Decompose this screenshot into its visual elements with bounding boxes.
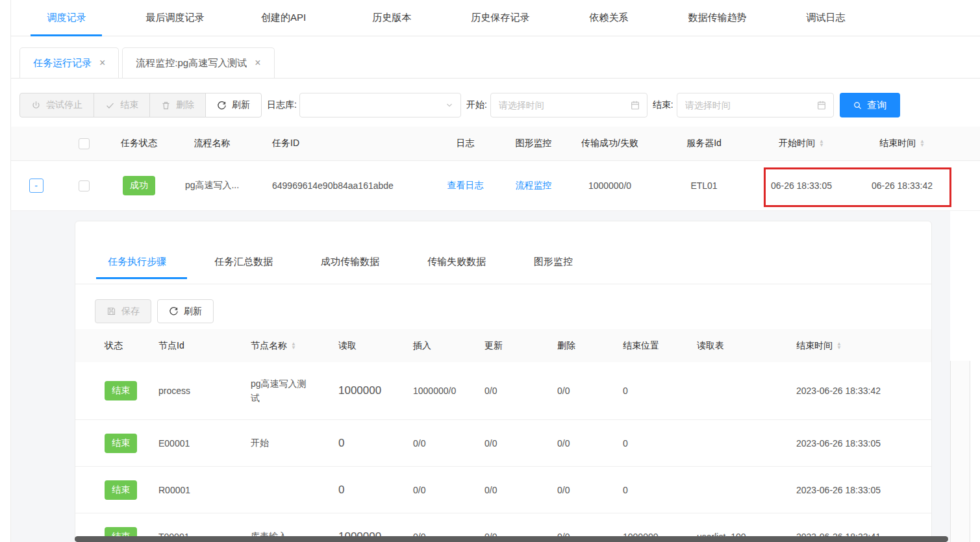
tab-task-summary[interactable]: 任务汇总数据 <box>214 256 273 284</box>
view-log-link[interactable]: 查看日志 <box>447 180 484 190</box>
sort-icon[interactable]: ▲▼ <box>819 140 824 147</box>
chip-tab-label: 流程监控:pg高速写入测试 <box>136 57 247 69</box>
detail-refresh-button[interactable]: 刷新 <box>157 299 214 323</box>
chevron-down-icon <box>445 101 454 110</box>
delete-label: 删除 <box>176 99 194 111</box>
end-time-input[interactable] <box>677 93 833 117</box>
save-icon <box>107 306 116 316</box>
end-position-cell: 0 <box>623 438 697 449</box>
chip-tab-task-run-records[interactable]: 任务运行记录 × <box>19 47 119 78</box>
expanded-row-area: 任务执行步骤 任务汇总数据 成功传输数据 传输失败数据 图形监控 保存 <box>11 211 950 542</box>
tab-dependencies[interactable]: 依赖关系 <box>555 0 663 36</box>
run-table-header: 任务状态 流程名称 任务ID 日志 图形监控 传输成功/失败 服务器Id 开始时… <box>11 127 980 161</box>
detail-card: 任务执行步骤 任务汇总数据 成功传输数据 传输失败数据 图形监控 保存 <box>75 221 932 542</box>
read-cell: 0 <box>338 437 413 450</box>
end-position-cell: 0 <box>623 386 697 396</box>
status-badge: 成功 <box>123 176 155 195</box>
col-detail-end-time: 结束时间▲▼ <box>796 340 913 352</box>
detail-table-header: 状态 节点Id 节点名称▲▼ 读取 插入 更新 删除 结束位置 读取表 结束时间… <box>75 329 931 362</box>
calendar-icon[interactable] <box>816 100 827 110</box>
chip-tab-flow-monitor[interactable]: 流程监控:pg高速写入测试 × <box>122 47 274 78</box>
col-read: 读取 <box>338 340 413 352</box>
insert-cell: 0/0 <box>413 438 484 449</box>
flow-monitor-link[interactable]: 流程监控 <box>516 180 552 190</box>
delete-cell: 0/0 <box>557 485 623 495</box>
detail-refresh-label: 刷新 <box>184 306 202 317</box>
search-icon <box>853 101 862 110</box>
tab-transfer-trend[interactable]: 数据传输趋势 <box>663 0 772 36</box>
start-time-input[interactable] <box>491 93 647 117</box>
status-badge: 结束 <box>105 381 137 400</box>
sort-icon[interactable]: ▲▼ <box>291 342 296 350</box>
refresh-button[interactable]: 刷新 <box>205 93 262 117</box>
tab-task-steps[interactable]: 任务执行步骤 <box>108 256 166 284</box>
action-button-group: 尝试停止 结束 删除 <box>19 93 262 117</box>
end-time-cell: 06-26 18:33:42 <box>850 180 954 191</box>
tab-graph-monitor[interactable]: 图形监控 <box>534 256 573 284</box>
close-icon[interactable]: × <box>99 58 105 68</box>
tab-dispatch-records[interactable]: 调度记录 <box>12 0 121 36</box>
table-row: 结束 E00001 开始 0 0/0 0/0 0/0 0 2023-06-26 … <box>75 420 931 467</box>
row-checkbox[interactable] <box>79 180 90 191</box>
calendar-icon[interactable] <box>630 100 640 110</box>
query-label: 查询 <box>867 99 886 112</box>
end-position-cell: 0 <box>623 485 697 495</box>
tab-last-dispatch-records[interactable]: 最后调度记录 <box>121 0 229 36</box>
sort-icon[interactable]: ▲▼ <box>836 342 842 350</box>
delete-cell: 0/0 <box>557 438 623 449</box>
sort-icon[interactable]: ▲▼ <box>920 140 925 147</box>
refresh-icon <box>217 101 227 110</box>
col-flow-name: 流程名称 <box>171 138 253 149</box>
top-tabbar: 调度记录 最后调度记录 创建的API 历史版本 历史保存记录 依赖关系 数据传输… <box>11 0 980 36</box>
query-button[interactable]: 查询 <box>840 93 900 117</box>
start-time-picker <box>490 93 647 117</box>
tab-history-versions[interactable]: 历史版本 <box>338 0 446 36</box>
power-icon <box>31 101 41 110</box>
save-button[interactable]: 保存 <box>95 299 151 323</box>
transfer-cell: 1000000/0 <box>564 180 655 191</box>
col-node-id: 节点Id <box>158 340 251 352</box>
chip-tab-label: 任务运行记录 <box>33 57 92 69</box>
tab-success-data[interactable]: 成功传输数据 <box>321 256 379 284</box>
log-db-label: 日志库: <box>267 99 297 111</box>
select-all-checkbox[interactable] <box>79 138 90 149</box>
page: 调度记录 最后调度记录 创建的API 历史版本 历史保存记录 依赖关系 数据传输… <box>0 0 980 542</box>
col-server-id: 服务器Id <box>655 138 753 149</box>
trash-icon <box>161 101 171 110</box>
tab-failed-data[interactable]: 传输失败数据 <box>427 256 486 284</box>
horizontal-scrollbar-thumb[interactable] <box>75 536 948 542</box>
table-row: - 成功 pg高速写入... 649969614e90b84aa161abde … <box>11 161 980 211</box>
col-status: 状态 <box>105 340 158 352</box>
refresh-icon <box>169 306 179 316</box>
col-delete: 删除 <box>557 340 623 352</box>
delete-button[interactable]: 删除 <box>149 93 206 117</box>
col-log: 日志 <box>428 138 503 149</box>
end-time-cell: 2023-06-26 18:33:05 <box>796 438 913 449</box>
tab-history-saves[interactable]: 历史保存记录 <box>446 0 555 36</box>
detail-tabbar: 任务执行步骤 任务汇总数据 成功传输数据 传输失败数据 图形监控 <box>75 221 931 284</box>
col-insert: 插入 <box>413 340 484 352</box>
col-task-status: 任务状态 <box>107 138 171 149</box>
tab-created-api[interactable]: 创建的API <box>229 0 338 36</box>
status-badge: 结束 <box>105 480 137 500</box>
close-icon[interactable]: × <box>255 58 260 68</box>
collapse-row-button[interactable]: - <box>29 179 44 193</box>
col-end-time-label: 结束时间 <box>879 138 916 148</box>
col-end-time: 结束时间▲▼ <box>850 138 954 149</box>
delete-cell: 0/0 <box>557 386 623 396</box>
vertical-scrollbar[interactable] <box>950 361 970 542</box>
col-graph-monitor: 图形监控 <box>503 138 564 149</box>
task-id-cell: 649969614e90b84aa161abde <box>253 180 428 191</box>
node-id-cell: E00001 <box>158 438 251 449</box>
insert-cell: 0/0 <box>413 485 484 495</box>
log-db-select[interactable] <box>299 93 461 117</box>
finish-button[interactable]: 结束 <box>94 93 150 117</box>
col-detail-end-time-label: 结束时间 <box>796 340 833 351</box>
read-cell: 0 <box>338 484 413 497</box>
update-cell: 0/0 <box>484 438 557 449</box>
try-stop-button[interactable]: 尝试停止 <box>19 93 94 117</box>
col-transfer: 传输成功/失败 <box>564 138 655 149</box>
col-end-position: 结束位置 <box>623 340 697 352</box>
tab-debug-log[interactable]: 调试日志 <box>772 0 880 36</box>
detail-toolbar: 保存 刷新 <box>95 299 931 323</box>
